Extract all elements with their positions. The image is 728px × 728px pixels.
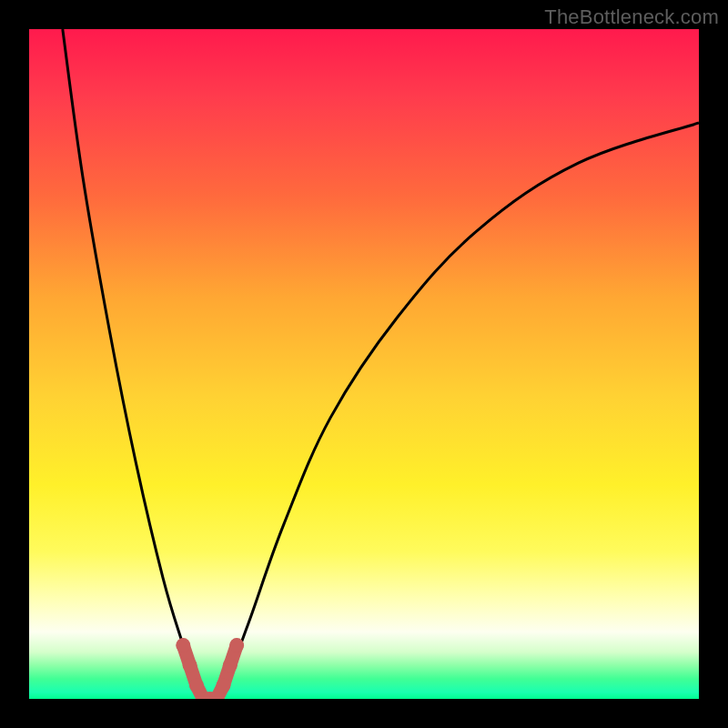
accent-dot (183, 658, 197, 672)
accent-dot (176, 638, 190, 652)
right-curve-line (217, 123, 699, 699)
watermark-text: TheBottleneck.com (544, 5, 719, 29)
chart-plot-area (29, 29, 699, 699)
chart-svg (29, 29, 699, 699)
chart-frame: TheBottleneck.com (0, 0, 728, 728)
accent-dot (223, 658, 238, 672)
accent-dot (189, 678, 204, 693)
bottom-accent-dots (176, 638, 244, 699)
accent-dot (229, 638, 244, 652)
left-curve-line (63, 29, 204, 699)
accent-dot (216, 678, 230, 693)
